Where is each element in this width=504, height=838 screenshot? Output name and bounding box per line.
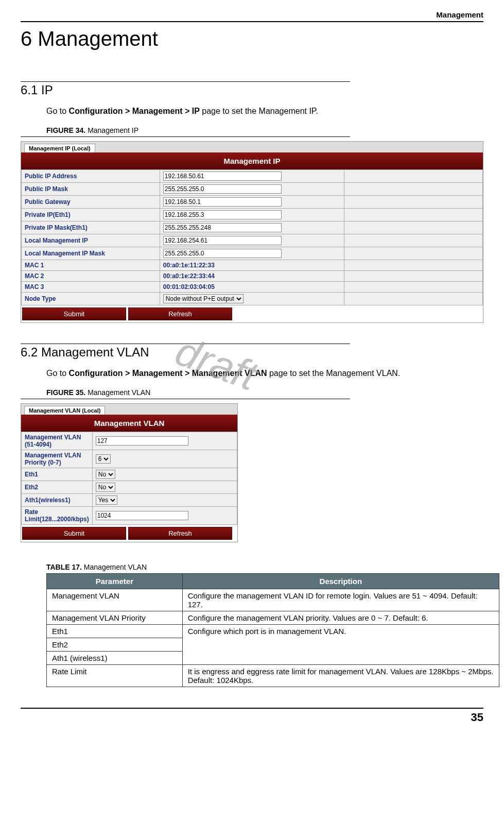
text-input[interactable] — [163, 197, 282, 207]
form-row: Node TypeNode without P+E output — [22, 293, 483, 305]
spacer-cell — [344, 293, 483, 305]
figure-35-strong: FIGURE 35. — [46, 388, 85, 397]
button-row: SubmitRefresh — [21, 525, 237, 542]
chapter-title: 6 Management — [21, 27, 483, 50]
form-value-cell: Yes — [92, 494, 237, 507]
figure-35-screenshot: Management VLAN (Local)Management VLANMa… — [21, 403, 238, 542]
table-17-label: TABLE 17. Management VLAN — [46, 563, 483, 571]
desc-cell: Configure which port is in management VL… — [182, 625, 499, 665]
spacer-cell — [344, 271, 483, 282]
section-vlan-instruction: Go to Configuration > Management > Manag… — [46, 369, 483, 378]
form-value-cell: No — [92, 481, 237, 494]
submit-button[interactable]: Submit — [22, 527, 126, 540]
form-value-cell — [92, 432, 237, 450]
select-input[interactable]: 6 — [96, 454, 111, 464]
desc-cell: It is engress and eggress rate limit for… — [182, 665, 499, 687]
form-row: Local Management IP — [22, 234, 483, 247]
table-17: ParameterDescriptionManagement VLANConfi… — [46, 573, 499, 687]
spacer-cell — [344, 221, 483, 234]
text-input[interactable] — [163, 223, 282, 232]
select-input[interactable]: Yes — [96, 495, 117, 505]
param-cell: Management VLAN Priority — [47, 611, 183, 625]
select-input[interactable]: No — [96, 470, 115, 479]
form-label: MAC 1 — [22, 260, 160, 271]
spacer-cell — [344, 209, 483, 221]
text-input[interactable] — [163, 249, 282, 258]
form-label: Management VLAN (51-4094) — [22, 432, 93, 450]
form-value-cell: 00:a0:1e:22:33:44 — [160, 271, 344, 282]
spacer-cell — [344, 196, 483, 209]
text-input[interactable] — [163, 210, 282, 219]
table-row: Rate LimitIt is engress and eggress rate… — [47, 665, 499, 687]
figure-34-strong: FIGURE 34. — [46, 126, 85, 134]
form-label: Private IP(Eth1) — [22, 209, 160, 221]
param-cell: Rate Limit — [47, 665, 183, 687]
figure-rule — [21, 399, 350, 399]
panel-banner: Management IP — [21, 152, 483, 169]
form-row: Public IP Address — [22, 170, 483, 183]
form-row: Eth1No — [22, 468, 237, 481]
figure-34-screenshot: Management IP (Local)Management IPPublic… — [21, 141, 483, 323]
form-value-cell: 00:a0:1e:11:22:33 — [160, 260, 344, 271]
spacer-cell — [344, 170, 483, 183]
refresh-button[interactable]: Refresh — [128, 527, 232, 540]
figure-35-rest: Management VLAN — [85, 388, 150, 397]
readonly-value: 00:a0:1e:22:33:44 — [163, 272, 215, 280]
form-table: Public IP AddressPublic IP MaskPublic Ga… — [21, 169, 483, 305]
column-header-parameter: Parameter — [47, 574, 183, 589]
select-input[interactable]: Node without P+E output — [163, 294, 244, 303]
form-row: Public Gateway — [22, 196, 483, 209]
form-label: Public IP Address — [22, 170, 160, 183]
param-cell: Management VLAN — [47, 589, 183, 611]
form-label: MAC 2 — [22, 271, 160, 282]
panel-banner: Management VLAN — [21, 415, 237, 432]
footer-rule — [21, 708, 483, 709]
form-label: Private IP Mask(Eth1) — [22, 221, 160, 234]
table-row: Eth1Configure which port is in managemen… — [47, 625, 499, 638]
form-label: Node Type — [22, 293, 160, 305]
form-row: MAC 200:a0:1e:22:33:44 — [22, 271, 483, 282]
text-input[interactable] — [163, 172, 282, 181]
form-value-cell — [160, 247, 344, 260]
submit-button[interactable]: Submit — [22, 307, 126, 320]
spacer-cell — [344, 260, 483, 271]
select-input[interactable]: No — [96, 483, 115, 492]
form-label: MAC 3 — [22, 282, 160, 293]
tab-strip: Management VLAN (Local) — [21, 404, 237, 415]
form-label: Eth2 — [22, 481, 93, 494]
text-input[interactable] — [163, 236, 282, 245]
text-input[interactable] — [96, 511, 188, 520]
form-label: Management VLAN Priority (0-7) — [22, 450, 93, 468]
instr-pre: Go to — [46, 369, 69, 378]
table-17-strong: TABLE 17. — [46, 563, 82, 571]
spacer-cell — [344, 282, 483, 293]
form-value-cell: No — [92, 468, 237, 481]
readonly-value: 00:01:02:03:04:05 — [163, 283, 215, 290]
form-row: Rate Limit(128...2000/kbps) — [22, 507, 237, 525]
form-row: Management VLAN (51-4094) — [22, 432, 237, 450]
refresh-button[interactable]: Refresh — [128, 307, 232, 320]
tab[interactable]: Management IP (Local) — [24, 144, 95, 152]
form-row: Management VLAN Priority (0-7)6 — [22, 450, 237, 468]
form-value-cell — [160, 209, 344, 221]
form-value-cell — [160, 234, 344, 247]
desc-cell: Configure the management VLAN ID for rem… — [182, 589, 499, 611]
form-label: Public IP Mask — [22, 183, 160, 196]
form-row: MAC 300:01:02:03:04:05 — [22, 282, 483, 293]
form-value-cell — [160, 183, 344, 196]
text-input[interactable] — [163, 184, 282, 194]
readonly-value: 00:a0:1e:11:22:33 — [163, 262, 215, 269]
param-cell: Eth2 — [47, 638, 183, 652]
form-value-cell — [160, 170, 344, 183]
section-vlan-heading: 6.2 Management VLAN — [21, 345, 483, 360]
spacer-cell — [344, 247, 483, 260]
form-row: Local Management IP Mask — [22, 247, 483, 260]
instr-pre: Go to — [46, 107, 69, 115]
form-value-cell — [160, 196, 344, 209]
table-17-rest: Management VLAN — [82, 563, 147, 571]
form-value-cell — [160, 221, 344, 234]
figure-34-rest: Management IP — [85, 126, 138, 134]
section-rule — [21, 344, 350, 344]
text-input[interactable] — [96, 436, 188, 446]
tab[interactable]: Management VLAN (Local) — [24, 406, 105, 415]
